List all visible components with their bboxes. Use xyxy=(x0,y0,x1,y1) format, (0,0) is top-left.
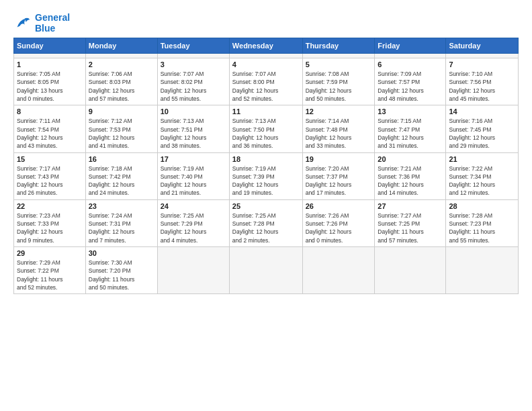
day-info: Sunrise: 7:29 AM Sunset: 7:22 PM Dayligh… xyxy=(17,259,83,291)
calendar-cell: 13Sunrise: 7:15 AM Sunset: 7:47 PM Dayli… xyxy=(375,105,446,152)
calendar-week-row: 29Sunrise: 7:29 AM Sunset: 7:22 PM Dayli… xyxy=(14,247,519,294)
calendar-cell: 7Sunrise: 7:10 AM Sunset: 7:56 PM Daylig… xyxy=(446,58,519,105)
day-number: 6 xyxy=(378,60,443,68)
calendar-cell: 28Sunrise: 7:28 AM Sunset: 7:23 PM Dayli… xyxy=(446,199,519,246)
calendar-cell: 14Sunrise: 7:16 AM Sunset: 7:45 PM Dayli… xyxy=(446,105,519,152)
calendar-cell: 24Sunrise: 7:25 AM Sunset: 7:29 PM Dayli… xyxy=(157,199,229,246)
day-info: Sunrise: 7:11 AM Sunset: 7:54 PM Dayligh… xyxy=(17,117,83,150)
calendar-cell: 19Sunrise: 7:20 AM Sunset: 7:37 PM Dayli… xyxy=(302,152,375,199)
calendar-week-row: 22Sunrise: 7:23 AM Sunset: 7:33 PM Dayli… xyxy=(14,199,519,246)
calendar-cell xyxy=(157,54,229,58)
day-info: Sunrise: 7:24 AM Sunset: 7:31 PM Dayligh… xyxy=(89,212,154,244)
day-number: 15 xyxy=(17,155,83,163)
day-number: 22 xyxy=(17,202,83,210)
calendar-cell xyxy=(14,54,86,58)
day-info: Sunrise: 7:25 AM Sunset: 7:29 PM Dayligh… xyxy=(161,212,226,244)
calendar-cell: 26Sunrise: 7:26 AM Sunset: 7:26 PM Dayli… xyxy=(302,199,375,246)
day-number: 5 xyxy=(306,60,372,68)
calendar-cell: 1Sunrise: 7:05 AM Sunset: 8:05 PM Daylig… xyxy=(14,58,86,105)
day-info: Sunrise: 7:27 AM Sunset: 7:25 PM Dayligh… xyxy=(378,212,443,244)
day-number: 11 xyxy=(232,107,300,116)
col-thursday: Thursday xyxy=(302,38,375,54)
col-saturday: Saturday xyxy=(446,38,519,54)
calendar-week-row: 1Sunrise: 7:05 AM Sunset: 8:05 PM Daylig… xyxy=(14,58,519,105)
calendar-cell: 11Sunrise: 7:13 AM Sunset: 7:50 PM Dayli… xyxy=(229,105,302,152)
calendar-cell: 29Sunrise: 7:29 AM Sunset: 7:22 PM Dayli… xyxy=(14,247,86,294)
day-info: Sunrise: 7:28 AM Sunset: 7:23 PM Dayligh… xyxy=(449,212,515,244)
calendar-cell: 5Sunrise: 7:08 AM Sunset: 7:59 PM Daylig… xyxy=(302,58,375,105)
day-info: Sunrise: 7:23 AM Sunset: 7:33 PM Dayligh… xyxy=(17,212,83,244)
logo: General Blue xyxy=(13,12,70,34)
col-tuesday: Tuesday xyxy=(157,38,229,54)
day-number: 8 xyxy=(17,107,83,116)
calendar-cell: 15Sunrise: 7:17 AM Sunset: 7:43 PM Dayli… xyxy=(14,152,86,199)
calendar-week-row xyxy=(14,54,519,58)
calendar-table: Sunday Monday Tuesday Wednesday Thursday… xyxy=(13,38,519,294)
day-number: 10 xyxy=(161,107,226,116)
day-info: Sunrise: 7:21 AM Sunset: 7:36 PM Dayligh… xyxy=(378,165,443,197)
day-number: 3 xyxy=(161,60,226,68)
day-number: 14 xyxy=(449,107,515,116)
calendar-cell xyxy=(85,54,157,58)
day-info: Sunrise: 7:19 AM Sunset: 7:39 PM Dayligh… xyxy=(232,165,300,197)
day-info: Sunrise: 7:12 AM Sunset: 7:53 PM Dayligh… xyxy=(89,117,154,150)
calendar-cell xyxy=(229,247,302,294)
calendar-header-row: Sunday Monday Tuesday Wednesday Thursday… xyxy=(14,38,519,54)
col-monday: Monday xyxy=(85,38,157,54)
day-info: Sunrise: 7:16 AM Sunset: 7:45 PM Dayligh… xyxy=(449,117,515,150)
day-number: 9 xyxy=(89,107,154,116)
calendar-cell: 22Sunrise: 7:23 AM Sunset: 7:33 PM Dayli… xyxy=(14,199,86,246)
logo-icon xyxy=(13,13,32,32)
calendar-cell: 16Sunrise: 7:18 AM Sunset: 7:42 PM Dayli… xyxy=(85,152,157,199)
calendar-cell: 20Sunrise: 7:21 AM Sunset: 7:36 PM Dayli… xyxy=(375,152,446,199)
day-info: Sunrise: 7:13 AM Sunset: 7:50 PM Dayligh… xyxy=(232,117,300,150)
day-number: 27 xyxy=(378,202,443,210)
col-sunday: Sunday xyxy=(14,38,86,54)
calendar-cell: 17Sunrise: 7:19 AM Sunset: 7:40 PM Dayli… xyxy=(157,152,229,199)
day-number: 17 xyxy=(161,155,226,163)
day-number: 2 xyxy=(89,60,154,68)
page: General Blue Sunday Monday Tuesday Wedne… xyxy=(0,0,532,411)
day-number: 12 xyxy=(306,107,372,116)
day-info: Sunrise: 7:09 AM Sunset: 7:57 PM Dayligh… xyxy=(378,70,443,103)
day-number: 28 xyxy=(449,202,515,210)
day-number: 30 xyxy=(89,249,154,257)
calendar-cell: 21Sunrise: 7:22 AM Sunset: 7:34 PM Dayli… xyxy=(446,152,519,199)
calendar-week-row: 8Sunrise: 7:11 AM Sunset: 7:54 PM Daylig… xyxy=(14,105,519,152)
calendar-cell: 4Sunrise: 7:07 AM Sunset: 8:00 PM Daylig… xyxy=(229,58,302,105)
calendar-cell: 27Sunrise: 7:27 AM Sunset: 7:25 PM Dayli… xyxy=(375,199,446,246)
day-number: 25 xyxy=(232,202,300,210)
calendar-cell: 3Sunrise: 7:07 AM Sunset: 8:02 PM Daylig… xyxy=(157,58,229,105)
day-number: 18 xyxy=(232,155,300,163)
day-info: Sunrise: 7:14 AM Sunset: 7:48 PM Dayligh… xyxy=(306,117,372,150)
calendar-cell xyxy=(375,54,446,58)
day-number: 19 xyxy=(306,155,372,163)
day-number: 7 xyxy=(449,60,515,68)
day-info: Sunrise: 7:05 AM Sunset: 8:05 PM Dayligh… xyxy=(17,70,83,103)
day-number: 21 xyxy=(449,155,515,163)
calendar-cell xyxy=(446,54,519,58)
calendar-cell: 18Sunrise: 7:19 AM Sunset: 7:39 PM Dayli… xyxy=(229,152,302,199)
day-number: 29 xyxy=(17,249,83,257)
calendar-cell: 8Sunrise: 7:11 AM Sunset: 7:54 PM Daylig… xyxy=(14,105,86,152)
calendar-cell xyxy=(302,247,375,294)
day-info: Sunrise: 7:08 AM Sunset: 7:59 PM Dayligh… xyxy=(306,70,372,103)
calendar-cell: 25Sunrise: 7:25 AM Sunset: 7:28 PM Dayli… xyxy=(229,199,302,246)
calendar-cell: 6Sunrise: 7:09 AM Sunset: 7:57 PM Daylig… xyxy=(375,58,446,105)
day-number: 16 xyxy=(89,155,154,163)
day-number: 24 xyxy=(161,202,226,210)
day-number: 4 xyxy=(232,60,300,68)
calendar-cell: 12Sunrise: 7:14 AM Sunset: 7:48 PM Dayli… xyxy=(302,105,375,152)
logo-text: General Blue xyxy=(35,12,70,34)
calendar-cell xyxy=(375,247,446,294)
day-info: Sunrise: 7:17 AM Sunset: 7:43 PM Dayligh… xyxy=(17,165,83,197)
day-number: 1 xyxy=(17,60,83,68)
day-info: Sunrise: 7:10 AM Sunset: 7:56 PM Dayligh… xyxy=(449,70,515,103)
calendar-cell xyxy=(302,54,375,58)
day-info: Sunrise: 7:15 AM Sunset: 7:47 PM Dayligh… xyxy=(378,117,443,150)
header: General Blue xyxy=(13,12,519,34)
col-wednesday: Wednesday xyxy=(229,38,302,54)
day-info: Sunrise: 7:06 AM Sunset: 8:03 PM Dayligh… xyxy=(89,70,154,103)
day-number: 26 xyxy=(306,202,372,210)
day-info: Sunrise: 7:07 AM Sunset: 8:00 PM Dayligh… xyxy=(232,70,300,103)
